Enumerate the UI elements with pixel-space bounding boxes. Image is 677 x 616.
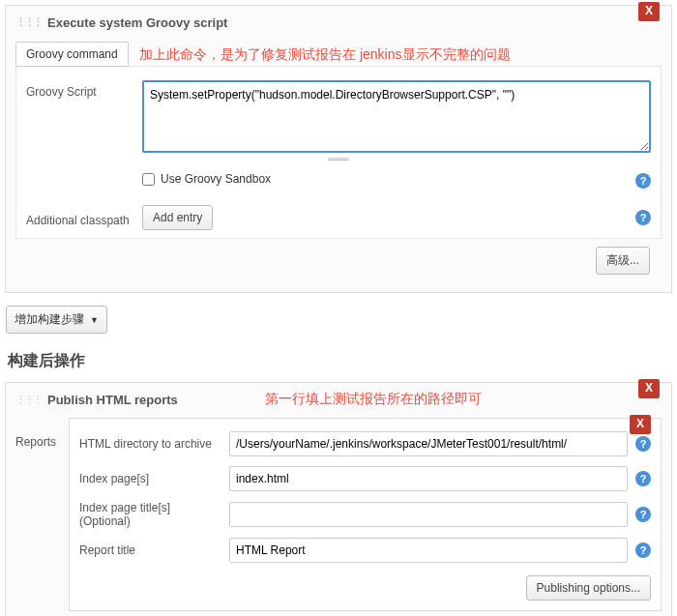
groovy-inner-panel: Groovy Script ═══ Use Groovy Sandbox ? A… — [15, 66, 662, 239]
help-icon[interactable]: ? — [635, 507, 651, 522]
annotation-text: 第一行填上测试报告所在的路径即可 — [265, 391, 482, 408]
drag-handle-icon[interactable]: ⋮⋮⋮ — [15, 394, 42, 406]
index-page-input[interactable] — [229, 466, 628, 491]
section-header: ⋮⋮⋮ Execute system Groovy script — [15, 14, 662, 38]
reports-form: X HTML directory to archive ? Index page… — [69, 418, 662, 611]
post-build-heading: 构建后操作 — [0, 341, 677, 377]
add-step-row: 增加构建步骤 ▼ — [0, 298, 677, 341]
index-page-label: Index page[s] — [79, 472, 229, 485]
index-titles-input[interactable] — [229, 502, 628, 527]
classpath-label: Additional classpath — [26, 209, 142, 227]
sandbox-label: Use Groovy Sandbox — [161, 172, 271, 186]
report-title-input[interactable] — [229, 538, 628, 563]
help-icon[interactable]: ? — [635, 210, 651, 225]
report-title-label: Report title — [79, 543, 229, 557]
publishing-options-button[interactable]: Publishing options... — [526, 575, 651, 601]
close-button[interactable]: X — [638, 2, 660, 21]
tab-groovy-command[interactable]: Groovy command — [15, 42, 129, 67]
help-icon[interactable]: ? — [635, 173, 651, 189]
add-build-step-label: 增加构建步骤 — [15, 311, 84, 328]
caret-down-icon: ▼ — [90, 315, 99, 325]
close-button[interactable]: X — [630, 415, 651, 434]
groovy-script-row: Groovy Script — [26, 74, 651, 159]
groovy-script-textarea[interactable] — [142, 80, 651, 153]
html-dir-label: HTML directory to archive — [79, 437, 229, 451]
publish-html-section: X ⋮⋮⋮ Publish HTML reports 第一行填上测试报告所在的路… — [5, 382, 672, 616]
add-build-step-button[interactable]: 增加构建步骤 ▼ — [6, 306, 107, 334]
sandbox-checkbox[interactable] — [142, 173, 155, 186]
close-button[interactable]: X — [638, 379, 660, 398]
drag-handle-icon[interactable]: ⋮⋮⋮ — [15, 16, 42, 29]
groovy-section: X ⋮⋮⋮ Execute system Groovy script Groov… — [5, 5, 672, 293]
section-title: Execute system Groovy script — [47, 15, 227, 30]
help-icon[interactable]: ? — [635, 543, 651, 558]
help-icon[interactable]: ? — [635, 471, 651, 486]
html-dir-input[interactable] — [229, 431, 628, 456]
reports-label: Reports — [15, 418, 69, 611]
groovy-script-label: Groovy Script — [26, 80, 142, 99]
annotation-text: 加上此命令，是为了修复测试报告在 jenkins显示不完整的问题 — [139, 46, 510, 64]
tab-bar: Groovy command 加上此命令，是为了修复测试报告在 jenkins显… — [15, 42, 662, 67]
help-icon[interactable]: ? — [635, 436, 651, 452]
advanced-button[interactable]: 高级... — [596, 247, 650, 275]
add-entry-button[interactable]: Add entry — [142, 205, 213, 230]
index-titles-label: Index page title[s] (Optional) — [79, 501, 229, 528]
section-title: Publish HTML reports — [47, 393, 178, 407]
